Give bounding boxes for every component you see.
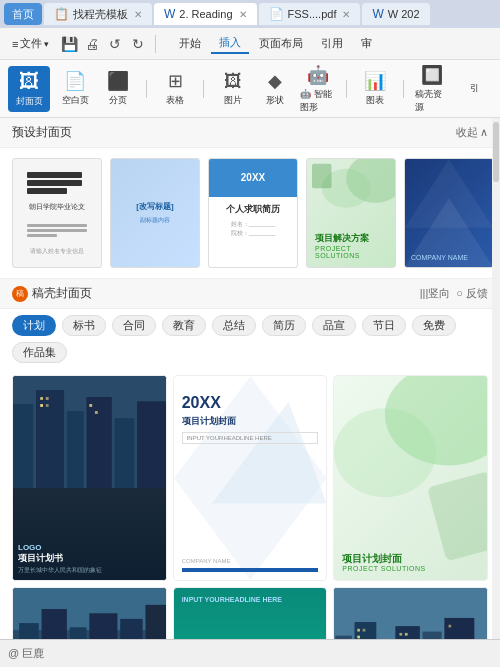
cover-cards-grid: LOGO 项目计划书 万里长城中华人民共和国的象征 20XX 项目计划封面 IN… — [0, 369, 500, 639]
redo-icon[interactable]: ↻ — [128, 34, 148, 54]
preset-section-title: 预设封面页 — [12, 124, 72, 141]
svg-point-21 — [334, 408, 436, 497]
svg-rect-10 — [115, 418, 135, 488]
ribbon-sep3 — [346, 80, 347, 98]
cover-page-icon: 🖼 — [19, 70, 39, 93]
shell-resource-icon: 🔲 — [421, 64, 443, 86]
feedback-label[interactable]: ○ 反馈 — [456, 286, 488, 301]
svg-rect-13 — [46, 397, 49, 400]
collapse-label: 收起 — [456, 125, 478, 140]
scrollbar[interactable] — [492, 118, 500, 639]
page-break-button[interactable]: ⬛ 分页 — [101, 66, 135, 112]
svg-rect-38 — [423, 632, 442, 639]
filter-tag-holiday[interactable]: 节日 — [362, 315, 406, 336]
table-icon: ⊞ — [168, 70, 183, 92]
preset-cover-3[interactable]: 20XX 个人求职简历 姓名：________ 院校：________ — [208, 158, 298, 268]
hamburger-icon: ≡ — [12, 38, 18, 50]
chart-icon: 📊 — [364, 70, 386, 92]
blank-page-button[interactable]: 📄 空白页 — [58, 66, 92, 112]
filter-tag-resume[interactable]: 简历 — [262, 315, 306, 336]
svg-rect-27 — [70, 628, 87, 639]
tab-bar: 首页 📋 找程壳模板 ✕ W 2. Reading ✕ 📄 FSS....pdf… — [0, 0, 500, 28]
toolbar-separator — [155, 35, 156, 53]
chart-label: 图表 — [366, 94, 384, 107]
cover-card-2[interactable]: 20XX 项目计划封面 INPUT YOURHEADLINE HERE COMP… — [173, 375, 328, 581]
menu-file[interactable]: ≡ 文件 ▾ — [6, 34, 55, 53]
smart-art-button[interactable]: 🤖 🤖 智能图形 — [300, 66, 334, 112]
svg-marker-4 — [405, 159, 493, 227]
bottom-bar: @ 巨鹿 — [0, 639, 500, 667]
preset-cover-5[interactable]: COMPANY NAME — [404, 158, 494, 268]
tab-template[interactable]: 📋 找程壳模板 ✕ — [44, 3, 152, 25]
chart-button[interactable]: 📊 图表 — [358, 66, 392, 112]
shell-resource-button[interactable]: 🔲 稿壳资源 — [415, 66, 449, 112]
vertical-label[interactable]: |||竖向 — [420, 286, 451, 301]
zai-button[interactable]: 引 — [458, 66, 492, 112]
svg-rect-39 — [445, 618, 475, 639]
tab-home[interactable]: 首页 — [4, 3, 42, 25]
cover-page-label: 封面页 — [16, 95, 43, 108]
svg-rect-25 — [19, 623, 39, 639]
cover4-shapes — [307, 159, 395, 229]
svg-rect-37 — [396, 626, 421, 639]
save-icon[interactable]: 💾 — [59, 34, 79, 54]
tab-woz[interactable]: W W 202 — [362, 3, 429, 25]
tab-woz-label: W 202 — [388, 8, 420, 20]
svg-rect-29 — [120, 619, 142, 639]
shape-label: 形状 — [266, 94, 284, 107]
tab-fss[interactable]: 📄 FSS....pdf ✕ — [259, 3, 361, 25]
collapse-arrow: ∧ — [480, 126, 488, 139]
filter-tag-brand[interactable]: 品宣 — [312, 315, 356, 336]
svg-rect-30 — [145, 605, 165, 639]
preset-cover-2[interactable]: [改写标题] 副标题内容 — [110, 158, 200, 268]
collapse-button[interactable]: 收起 ∧ — [456, 125, 488, 140]
cover-card-5[interactable]: INPUT YOURHEADLINE HERE 20XX 项目计划封面 COMP… — [173, 587, 328, 639]
preset-cover-1[interactable]: 朝日学院毕业论文 请输入姓名专业信息 — [12, 158, 102, 268]
filter-tag-contract[interactable]: 合同 — [112, 315, 156, 336]
cover-card-1[interactable]: LOGO 项目计划书 万里长城中华人民共和国的象征 — [12, 375, 167, 581]
filter-tags: 计划 标书 合同 教育 总结 简历 品宣 节日 免费 作品集 — [0, 309, 500, 369]
tab-layout[interactable]: 页面布局 — [251, 34, 311, 53]
tab-reading-close[interactable]: ✕ — [239, 9, 247, 20]
filter-tag-free[interactable]: 免费 — [412, 315, 456, 336]
print-icon[interactable]: 🖨 — [82, 34, 102, 54]
cover-page-button[interactable]: 🖼 封面页 — [8, 66, 50, 112]
ribbon-sep2 — [203, 80, 204, 98]
table-button[interactable]: ⊞ 表格 — [158, 66, 192, 112]
svg-rect-11 — [137, 401, 166, 488]
tab-review[interactable]: 审 — [353, 34, 380, 53]
tab-reference[interactable]: 引用 — [313, 34, 351, 53]
preset-cover-4[interactable]: 项目解决方案 PROJECT SOLUTIONS — [306, 158, 396, 268]
svg-rect-15 — [46, 404, 49, 407]
filter-tag-plan[interactable]: 计划 — [12, 315, 56, 336]
wengao-dot: 稿 — [12, 286, 28, 302]
tab-reading[interactable]: W 2. Reading ✕ — [154, 3, 257, 25]
cover5-shapes — [405, 159, 493, 267]
image-button[interactable]: 🖼 图片 — [215, 66, 249, 112]
svg-rect-41 — [363, 629, 366, 632]
svg-rect-43 — [400, 633, 403, 636]
tab-template-label: 找程壳模板 — [73, 7, 128, 22]
word-icon: W — [164, 7, 175, 21]
zai-label: 引 — [470, 82, 479, 95]
tab-start[interactable]: 开始 — [171, 34, 209, 53]
cover-card-4[interactable]: 项目计划书 PROJECT PLAN — [12, 587, 167, 639]
svg-rect-6 — [13, 404, 33, 488]
tab-insert[interactable]: 插入 — [211, 33, 249, 54]
filter-tag-education[interactable]: 教育 — [162, 315, 206, 336]
tab-fss-close[interactable]: ✕ — [342, 9, 350, 20]
cover-card-6[interactable]: 项目计划封面 — [333, 587, 488, 639]
content-panel: 预设封面页 收起 ∧ 朝日学院毕业论文 请输入姓名专业信息 [改写标题] — [0, 118, 500, 639]
word-icon2: W — [372, 7, 383, 21]
tab-template-close[interactable]: ✕ — [134, 9, 142, 20]
filter-tag-portfolio[interactable]: 作品集 — [12, 342, 67, 363]
cover-card-3[interactable]: 项目计划封面 PROJECT SOLUTIONS — [333, 375, 488, 581]
shape-button[interactable]: ◆ 形状 — [258, 66, 292, 112]
scrollbar-thumb[interactable] — [493, 122, 499, 182]
undo-icon[interactable]: ↺ — [105, 34, 125, 54]
filter-tag-bid[interactable]: 标书 — [62, 315, 106, 336]
smart-art-label: 🤖 智能图形 — [300, 88, 334, 114]
filter-tag-summary[interactable]: 总结 — [212, 315, 256, 336]
table-label: 表格 — [166, 94, 184, 107]
svg-rect-8 — [67, 411, 84, 488]
